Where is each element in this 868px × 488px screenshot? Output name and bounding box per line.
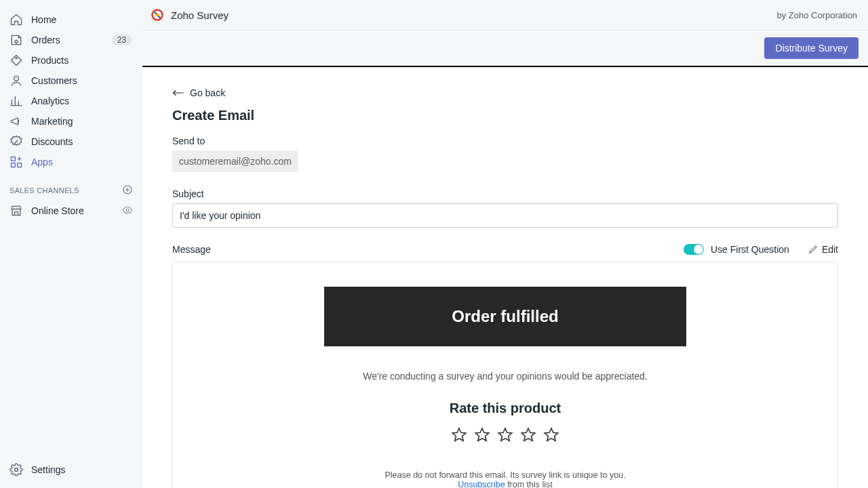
svg-point-9 xyxy=(156,14,159,17)
apps-icon xyxy=(9,155,23,169)
unsubscribe-link[interactable]: Unsubscribe xyxy=(458,480,505,488)
sidebar-item-label: Online Store xyxy=(31,205,122,216)
home-icon xyxy=(9,13,23,26)
sidebar-item-customers[interactable]: Customers xyxy=(0,70,142,91)
star-icon[interactable] xyxy=(474,427,490,443)
sidebar-item-label: Discounts xyxy=(31,136,133,147)
main-panel: Zoho Survey by Zoho Corporation Distribu… xyxy=(142,0,868,488)
email-footer: Please do not forward this email. Its su… xyxy=(344,470,666,488)
sidebar-item-home[interactable]: Home xyxy=(0,9,142,30)
customers-icon xyxy=(9,74,23,87)
subject-input[interactable] xyxy=(172,203,838,228)
sidebar-item-label: Customers xyxy=(31,75,133,86)
sidebar-item-label: Marketing xyxy=(31,116,133,127)
email-header: Order fulfilled xyxy=(324,287,686,346)
star-icon[interactable] xyxy=(451,427,467,443)
view-store-icon[interactable] xyxy=(122,205,133,218)
action-bar: Distribute Survey xyxy=(142,30,868,67)
email-intro-text: We're conducting a survey and your opini… xyxy=(344,371,666,382)
subject-label: Subject xyxy=(172,188,838,199)
svg-point-7 xyxy=(15,468,18,472)
message-label: Message xyxy=(172,244,211,255)
email-header-title: Order fulfilled xyxy=(331,307,679,326)
star-icon[interactable] xyxy=(497,427,513,443)
svg-rect-4 xyxy=(18,163,22,167)
use-first-question-toggle[interactable] xyxy=(684,244,704,255)
send-to-label: Send to xyxy=(172,136,838,146)
marketing-icon xyxy=(9,115,23,128)
use-first-question-label: Use First Question xyxy=(711,244,789,255)
sidebar-item-label: Home xyxy=(31,14,133,25)
sidebar-item-label: Analytics xyxy=(31,96,133,106)
sales-channels-heading: SALES CHANNELS xyxy=(0,172,142,201)
add-channel-icon[interactable] xyxy=(122,184,133,197)
svg-rect-3 xyxy=(12,163,16,167)
store-icon xyxy=(9,204,23,218)
sidebar-item-online-store[interactable]: Online Store xyxy=(0,201,142,221)
svg-point-1 xyxy=(14,76,19,81)
arrow-left-icon xyxy=(172,89,184,97)
topbar: Zoho Survey by Zoho Corporation xyxy=(142,0,868,30)
svg-rect-2 xyxy=(12,157,16,161)
edit-button[interactable]: Edit xyxy=(808,244,838,255)
rate-title: Rate this product xyxy=(344,401,666,416)
sidebar-item-settings[interactable]: Settings xyxy=(0,460,142,480)
products-icon xyxy=(9,54,23,67)
svg-point-0 xyxy=(16,58,17,59)
orders-icon xyxy=(9,33,23,47)
app-credit: by Zoho Corporation xyxy=(776,10,857,20)
svg-point-6 xyxy=(126,209,129,211)
discounts-icon xyxy=(9,135,23,148)
sidebar-item-label: Settings xyxy=(31,464,133,475)
sidebar-item-label: Products xyxy=(31,55,133,66)
sidebar-item-orders[interactable]: Orders 23 xyxy=(0,30,142,50)
star-icon[interactable] xyxy=(543,427,559,443)
distribute-survey-button[interactable]: Distribute Survey xyxy=(764,37,859,59)
sidebar-item-discounts[interactable]: Discounts xyxy=(0,131,142,152)
go-back-link[interactable]: Go back xyxy=(172,87,225,98)
sidebar: Home Orders 23 Products Customers Analyt… xyxy=(0,0,142,488)
orders-badge: 23 xyxy=(112,35,132,45)
app-title: Zoho Survey xyxy=(171,9,229,21)
sidebar-item-marketing[interactable]: Marketing xyxy=(0,111,142,131)
pencil-icon xyxy=(808,245,818,254)
star-rating[interactable] xyxy=(344,427,666,443)
analytics-icon xyxy=(9,94,23,108)
recipient-chip[interactable]: customeremail@zoho.com xyxy=(172,150,298,172)
sidebar-item-apps[interactable]: Apps xyxy=(0,152,142,172)
sidebar-item-products[interactable]: Products xyxy=(0,50,142,70)
page-title: Create Email xyxy=(172,108,838,123)
zoho-logo-icon xyxy=(151,8,164,22)
sidebar-item-analytics[interactable]: Analytics xyxy=(0,91,142,111)
sidebar-item-label: Orders xyxy=(31,35,112,45)
settings-icon xyxy=(9,463,23,476)
star-icon[interactable] xyxy=(520,427,536,443)
content: Go back Create Email Send to customerema… xyxy=(142,67,868,488)
sidebar-item-label: Apps xyxy=(31,157,133,167)
email-preview-card: Order fulfilled We're conducting a surve… xyxy=(172,262,838,488)
